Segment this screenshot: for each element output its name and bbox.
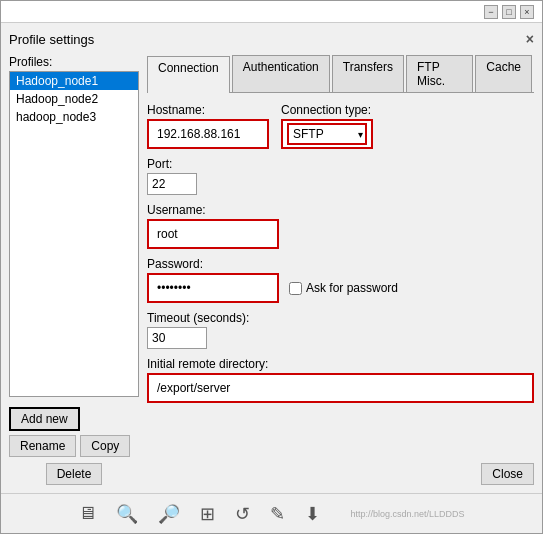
- hostname-label: Hostname:: [147, 103, 269, 117]
- conntype-select[interactable]: SFTP FTP FTPS: [287, 123, 367, 145]
- username-row: Username:: [147, 203, 534, 249]
- left-buttons: Add new Rename Copy Delete: [9, 407, 139, 485]
- ask-password-label: Ask for password: [306, 281, 398, 295]
- dialog-header: Profile settings ×: [9, 31, 534, 47]
- dialog-title: Profile settings: [9, 32, 94, 47]
- watermark: http://blog.csdn.net/LLDDDS: [350, 509, 464, 519]
- timeout-row: Timeout (seconds):: [147, 311, 534, 349]
- zoom-out-icon[interactable]: 🔎: [158, 503, 180, 525]
- ask-password-row: Ask for password: [289, 281, 398, 295]
- profiles-label: Profiles:: [9, 55, 139, 69]
- password-input[interactable]: [153, 277, 273, 299]
- port-row: Port:: [147, 157, 534, 195]
- titlebar: − □ ×: [1, 1, 542, 23]
- left-panel: Profiles: Hadoop_node1 Hadoop_node2 hado…: [9, 55, 139, 485]
- tabs: Connection Authentication Transfers FTP …: [147, 55, 534, 93]
- close-button[interactable]: Close: [481, 463, 534, 485]
- rename-button[interactable]: Rename: [9, 435, 76, 457]
- form-section: Hostname: Connection type: SFTP: [147, 103, 534, 455]
- dialog-close-button[interactable]: ×: [526, 31, 534, 47]
- dialog: Profile settings × Profiles: Hadoop_node…: [1, 23, 542, 493]
- conntype-group: Connection type: SFTP FTP FTPS: [281, 103, 373, 149]
- profile-item-2[interactable]: Hadoop_node2: [10, 90, 138, 108]
- tab-ftp-misc[interactable]: FTP Misc.: [406, 55, 473, 92]
- password-label: Password:: [147, 257, 534, 271]
- delete-button[interactable]: Delete: [46, 463, 103, 485]
- refresh-icon[interactable]: ↺: [235, 503, 250, 525]
- footer-row: Close: [147, 463, 534, 485]
- right-panel: Connection Authentication Transfers FTP …: [147, 55, 534, 485]
- directory-input[interactable]: [153, 377, 509, 399]
- hostname-input[interactable]: [153, 123, 263, 145]
- grid-icon[interactable]: ⊞: [200, 503, 215, 525]
- port-input[interactable]: [147, 173, 197, 195]
- window-close-button[interactable]: ×: [520, 5, 534, 19]
- hostname-group: Hostname:: [147, 103, 269, 149]
- taskbar: 🖥 🔍 🔎 ⊞ ↺ ✎ ⬇ http://blog.csdn.net/LLDDD…: [1, 493, 542, 533]
- copy-button[interactable]: Copy: [80, 435, 130, 457]
- dialog-body: Profiles: Hadoop_node1 Hadoop_node2 hado…: [9, 55, 534, 485]
- directory-row: Initial remote directory:: [147, 357, 534, 403]
- main-window: − □ × Profile settings × Profiles: Hadoo…: [0, 0, 543, 534]
- directory-label: Initial remote directory:: [147, 357, 534, 371]
- download-icon[interactable]: ⬇: [305, 503, 320, 525]
- titlebar-controls: − □ ×: [484, 5, 534, 19]
- minimize-button[interactable]: −: [484, 5, 498, 19]
- ask-password-checkbox[interactable]: [289, 282, 302, 295]
- conntype-select-wrapper[interactable]: SFTP FTP FTPS: [287, 123, 367, 145]
- tab-transfers[interactable]: Transfers: [332, 55, 404, 92]
- edit-icon[interactable]: ✎: [270, 503, 285, 525]
- timeout-label: Timeout (seconds):: [147, 311, 534, 325]
- username-input[interactable]: [153, 223, 273, 245]
- port-label: Port:: [147, 157, 534, 171]
- username-label: Username:: [147, 203, 534, 217]
- monitor-icon[interactable]: 🖥: [78, 503, 96, 524]
- password-row: Password: Ask for password: [147, 257, 534, 303]
- tab-cache[interactable]: Cache: [475, 55, 532, 92]
- profile-item-1[interactable]: Hadoop_node1: [10, 72, 138, 90]
- zoom-in-icon[interactable]: 🔍: [116, 503, 138, 525]
- tab-connection[interactable]: Connection: [147, 56, 230, 93]
- maximize-button[interactable]: □: [502, 5, 516, 19]
- profile-list[interactable]: Hadoop_node1 Hadoop_node2 hadoop_node3: [9, 71, 139, 397]
- profile-item-3[interactable]: hadoop_node3: [10, 108, 138, 126]
- tab-authentication[interactable]: Authentication: [232, 55, 330, 92]
- add-new-button[interactable]: Add new: [9, 407, 80, 431]
- timeout-input[interactable]: [147, 327, 207, 349]
- conntype-label: Connection type:: [281, 103, 373, 117]
- hostname-conntype-row: Hostname: Connection type: SFTP: [147, 103, 534, 149]
